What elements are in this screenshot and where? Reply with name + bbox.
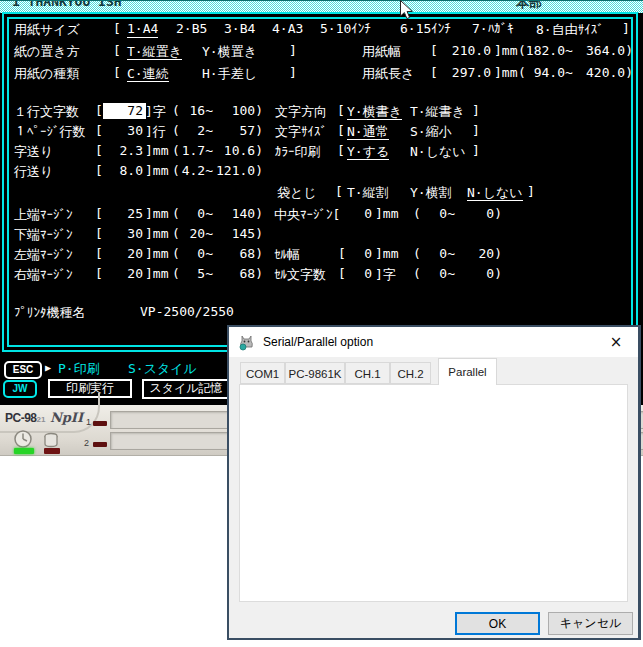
screen-text: [	[95, 206, 103, 222]
screen-text: C·連続	[127, 65, 169, 82]
screen-text: Y·横書き	[347, 103, 402, 120]
screen-text: N·しない	[410, 143, 466, 159]
screen-text: [	[95, 163, 103, 179]
style-save-button[interactable]: スタイル記憶	[142, 379, 230, 399]
screen-text: ﾌﾟﾘﾝﾀ機種名	[14, 304, 86, 320]
screen-text: [	[338, 266, 346, 282]
screen-text: 紙の置き方	[14, 43, 80, 59]
screen-text: T·縦書き	[410, 103, 465, 119]
screen-text: 中央ﾏｰｼﾞﾝ[	[274, 206, 340, 222]
pc98-logo: PC-9821 NpII	[5, 408, 83, 426]
screen-text: 右端ﾏｰｼﾞﾝ	[14, 266, 73, 282]
screen-text: 2·B5	[176, 21, 207, 37]
screen-text: ]	[472, 143, 480, 159]
screen-text: ]	[289, 43, 297, 59]
screen-text: [	[338, 246, 346, 262]
disk-led	[44, 448, 60, 454]
drive1-label: 1	[86, 417, 91, 427]
screen-text: 145)	[221, 226, 263, 242]
screen-text: 30	[103, 226, 143, 242]
screen-text: 16~	[181, 103, 213, 119]
tab-com1[interactable]: COM1	[240, 362, 285, 384]
clock-icon	[13, 429, 33, 449]
serial-parallel-dialog: Serial/Parallel option × COM1 PC-9861K C…	[227, 325, 641, 640]
screen-text: 10.6)	[221, 143, 263, 159]
screen-text: ｾﾙ文字数	[274, 266, 326, 282]
screen-text: 用紙サイズ	[14, 21, 80, 37]
screen-text: [	[95, 103, 103, 119]
screen-text: ]mm	[494, 43, 517, 59]
screen-text: 文字方向	[275, 103, 327, 119]
screen-text: [	[337, 103, 345, 119]
logo-npii-text: NpII	[50, 410, 83, 425]
tab-ch1[interactable]: CH.1	[345, 362, 390, 384]
screen-text: (	[413, 206, 421, 222]
screen-text: (	[172, 266, 180, 282]
cancel-button[interactable]: キャンセル	[548, 612, 633, 635]
screen-text: １行文字数	[14, 103, 79, 119]
screen-text: 0	[352, 206, 372, 222]
tab-pc9861k[interactable]: PC-9861K	[285, 362, 345, 384]
emulated-titlebar: 1 THANKYOU ISH 本部	[0, 0, 643, 13]
screen-text: 0~	[425, 246, 455, 262]
screen-text: ]	[472, 103, 480, 119]
screen-text: 210.0	[441, 43, 491, 59]
menu-item-style[interactable]: S·スタイル	[128, 361, 197, 377]
screen-text: (	[172, 226, 180, 242]
screen-text: 7·ﾊｶﾞｷ	[472, 21, 514, 37]
screen-text: ( 94.0~	[518, 65, 573, 81]
screen-text: 0~	[425, 206, 455, 222]
screen-text: 140)	[221, 206, 263, 222]
screen-text: １ﾍﾟｰｼﾞ行数	[14, 123, 86, 139]
screen-text: 30	[103, 123, 143, 139]
screen-text: 420.0)	[586, 65, 633, 81]
screen-text: ｾﾙ幅	[274, 246, 300, 262]
desktop: 1 THANKYOU ISH 本部 用紙サイズ[1·A42·B53·B44·A3…	[0, 0, 643, 647]
screen-text: [	[95, 246, 103, 262]
esc-key-label: ESC	[13, 364, 34, 375]
print-execute-button[interactable]: 印刷実行	[48, 379, 132, 398]
close-icon[interactable]: ×	[594, 327, 638, 357]
screen-text: (	[413, 246, 421, 262]
screen-text: (	[172, 123, 180, 139]
screen-text: [	[113, 65, 121, 81]
dialog-titlebar: Serial/Parallel option ×	[229, 327, 638, 357]
screen-text: [	[335, 184, 343, 200]
screen-text: ]mm	[145, 206, 168, 222]
drive1-led	[93, 421, 107, 426]
screen-text: 20	[103, 246, 143, 262]
screen-text: 57)	[221, 123, 263, 139]
screen-text: 0~	[181, 206, 213, 222]
screen-frame-outer	[2, 12, 638, 352]
dialog-title: Serial/Parallel option	[263, 335, 373, 349]
screen-text: [	[95, 143, 103, 159]
screen-text: 4·A3	[272, 21, 303, 37]
screen-text: 0~	[181, 246, 213, 262]
screen-text: 用紙長さ	[362, 65, 414, 81]
screen-text: ]mm	[145, 143, 168, 159]
ok-button[interactable]: OK	[455, 612, 540, 635]
screen-text: 2.3	[103, 143, 143, 159]
menu-item-print[interactable]: P·印刷	[58, 361, 100, 377]
screen-text: (	[413, 266, 421, 282]
esc-key-badge: ESC	[4, 361, 42, 379]
screen-text: ]	[527, 184, 535, 200]
tab-parallel[interactable]: Parallel	[438, 358, 497, 385]
screen-text: 0~	[425, 266, 455, 282]
screen-text: 0	[352, 246, 372, 262]
jw-key-label: JW	[13, 383, 28, 394]
screen-text: N·しない	[467, 184, 523, 201]
screen-text: 用紙幅	[362, 43, 401, 59]
screen-text: [	[113, 43, 121, 59]
screen-text: ]	[622, 21, 630, 37]
screen-text: (	[172, 103, 180, 119]
screen-text: 3·B4	[224, 21, 255, 37]
tab-ch2[interactable]: CH.2	[390, 362, 431, 384]
screen-text: ]	[472, 123, 480, 139]
screen-text: 68)	[221, 266, 263, 282]
screen-text: [	[95, 266, 103, 282]
screen-text: T·縦置き	[127, 43, 182, 60]
screen-text: ]mm	[145, 163, 168, 179]
screen-text: 左端ﾏｰｼﾞﾝ	[14, 246, 73, 262]
screen-text: [	[337, 123, 345, 139]
